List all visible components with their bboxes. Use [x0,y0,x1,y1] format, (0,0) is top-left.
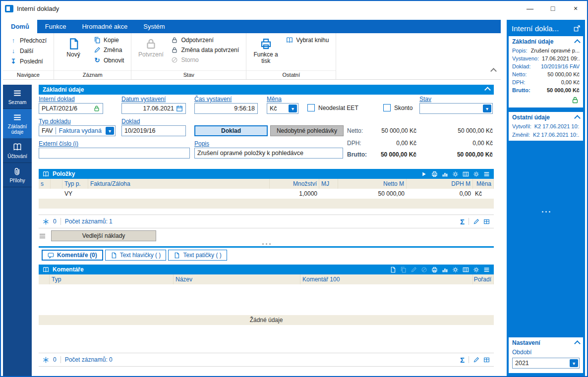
nedobytne-pohledavky-button[interactable]: Nedobytné pohledávky [270,125,344,136]
gear-icon[interactable] [452,171,459,177]
storno-button[interactable]: Storno [169,56,241,64]
new-button[interactable]: Nový [59,36,88,70]
stav-combo[interactable]: ▾ [419,103,493,114]
label-typ-dokladu[interactable]: Typ dokladu [39,118,71,125]
close-button[interactable]: × [564,1,587,16]
sum-icon[interactable]: Σ [460,356,465,364]
minimize-button[interactable]: — [519,1,541,16]
snowflake-icon[interactable] [43,218,49,225]
settings-icon[interactable] [473,267,479,273]
column-header[interactable]: Měna [473,179,494,189]
panel-splitter-handle[interactable] [507,211,585,213]
column-header[interactable]: Faktura/Záloha [88,179,270,189]
skonto-checkbox[interactable] [383,104,391,111]
neodeslat-eet-checkbox[interactable] [307,104,315,111]
dropdown-icon[interactable]: ▾ [106,127,114,135]
ribbon-tab-system[interactable]: Systém [135,20,173,33]
last-button[interactable]: ↧Poslední [8,57,49,65]
column-header[interactable] [39,274,50,284]
cas-vystaveni-field[interactable]: 9:56:18 [194,103,258,114]
menu-icon[interactable] [483,267,490,273]
expand-icon[interactable] [573,25,581,32]
column-header[interactable]: Pořadí [473,274,494,284]
doklad-button[interactable]: Doklad [194,125,268,136]
pencil-icon[interactable] [473,218,479,225]
label-datum-vystaveni[interactable]: Datum vystavení [121,96,166,103]
typ-dokladu-combo[interactable]: FAV Faktura vydaná ▾ [39,125,116,136]
vedlejsi-naklady-button[interactable]: Vedlejší náklady [51,230,156,241]
table-edit-icon[interactable] [483,357,490,363]
snowflake-icon[interactable] [43,357,49,363]
label-doklad[interactable]: Doklad [121,118,140,125]
column-header[interactable]: s [39,179,51,189]
collapse-ribbon-button[interactable] [491,69,496,73]
column-header[interactable]: MJ [319,179,338,189]
chart-icon[interactable] [442,267,448,273]
dropdown-icon[interactable]: ▾ [483,105,491,112]
label-stav[interactable]: Stav [419,96,431,103]
dropdown-icon[interactable]: ▾ [570,359,578,367]
sidebar-item-zakladni-udaje[interactable]: Základní údaje [3,109,32,139]
gear-icon[interactable] [452,267,459,273]
new-document-icon[interactable] [390,267,396,273]
mena-combo[interactable]: Kč ▾ [267,103,298,114]
pencil-icon[interactable] [411,267,417,273]
refresh-button[interactable]: ↻Obnovit [92,56,126,64]
column-header[interactable]: Název [174,274,300,284]
select-book-button[interactable]: Vybrat knihu [284,36,331,44]
printer-icon[interactable] [431,267,438,273]
play-icon[interactable] [421,171,427,177]
copy-button[interactable]: Kopie [92,36,126,44]
doklad-field[interactable]: 10/2019/16 [121,125,186,136]
change-confirm-date-button[interactable]: Změna data potvrzení [169,46,241,54]
unconfirm-button[interactable]: Odpotvrzení [169,36,241,44]
collapse-section-icon[interactable] [484,87,491,93]
tab-text-hlavicky[interactable]: Text hlavičky ( ) [105,250,167,261]
column-header[interactable] [51,179,62,189]
menu-icon[interactable] [483,171,490,177]
datum-vystaveni-field[interactable]: 17.06.2021 [121,103,186,114]
obdobi-combo[interactable]: 2021 ▾ [512,358,580,369]
sidebar-item-prilohy[interactable]: Přílohy [3,163,32,187]
ribbon-tab-hromadne-akce[interactable]: Hromadné akce [74,20,135,33]
collapse-card-icon[interactable] [574,340,581,347]
popis-field[interactable]: Zrušení opravné položky k pohledávce [194,148,343,159]
column-header[interactable]: DPH M [407,179,473,189]
sidebar-item-seznam[interactable]: Seznam [3,85,32,109]
confirm-button[interactable]: Potvrzení [136,36,165,70]
column-header[interactable]: Komentář 100 [300,274,473,284]
collapse-card-icon[interactable] [574,115,581,121]
settings-icon[interactable] [473,171,479,177]
label-mena[interactable]: Měna [267,96,282,103]
sum-icon[interactable]: Σ [460,218,465,225]
columns-icon[interactable] [463,267,469,273]
printer-icon[interactable] [431,171,438,177]
tab-komentare[interactable]: Komentáře (0) [42,250,103,261]
collapse-card-icon[interactable] [574,39,581,46]
maximize-button[interactable]: □ [541,1,564,16]
ban-icon[interactable] [421,267,427,273]
functions-print-button[interactable]: Funkce a tisk [251,36,280,70]
sidebar-item-uctovani[interactable]: Účtování [3,139,32,163]
splitter-handle[interactable] [39,241,494,246]
column-header[interactable]: Typ p. [62,179,88,189]
copy-icon[interactable] [400,267,407,273]
columns-icon[interactable] [463,171,469,177]
tab-text-paticky[interactable]: Text patičky ( ) [168,250,227,261]
column-header[interactable]: Množství [270,179,319,189]
ribbon-tab-funkce[interactable]: Funkce [37,20,74,33]
prev-button[interactable]: ↑Předchozí [8,36,49,45]
column-header[interactable]: Typ [50,274,174,284]
label-popis[interactable]: Popis [194,140,209,147]
table-edit-icon[interactable] [483,218,490,225]
menu-icon[interactable] [39,232,46,240]
polozky-table-row[interactable]: VY 1,0000 50 000,00 0,00 Kč [39,189,494,199]
chart-icon[interactable] [442,171,448,177]
edit-button[interactable]: Změna [92,46,126,54]
externi-cislo-field[interactable] [39,148,190,159]
ribbon-tab-domu[interactable]: Domů [3,20,37,33]
label-externi-cislo[interactable]: Externí číslo (i) [39,140,78,147]
label-cas-vystaveni[interactable]: Čas vystavení [194,96,232,103]
interni-doklad-field[interactable]: PLAT/2021/6 [39,103,103,114]
dropdown-icon[interactable]: ▾ [289,105,297,112]
